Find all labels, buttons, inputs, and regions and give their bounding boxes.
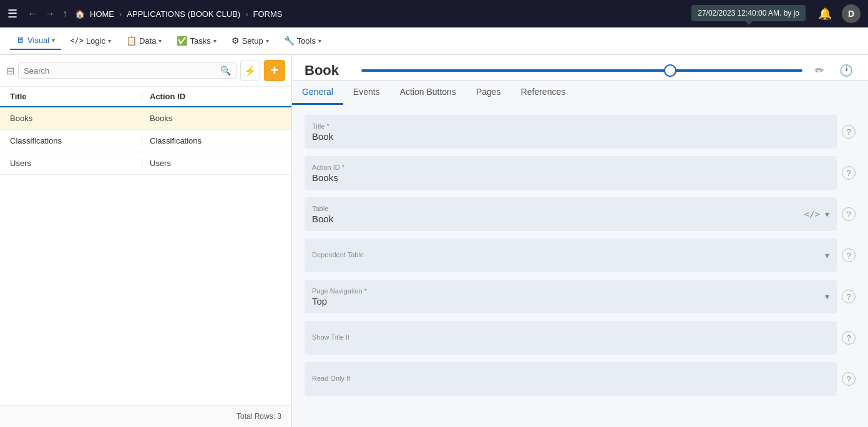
left-panel: ⊟ 🔍 ⚡ + Title Action ID Books Books Clas… [0, 55, 292, 427]
right-panel-header: Book ✏ 🕐 [292, 55, 868, 81]
tab-setup[interactable]: ⚙ Setup ▾ [225, 32, 275, 49]
table-field-icons: </> ▾ [804, 209, 829, 219]
field-row-table: Table Book </> ▾ ? [305, 197, 856, 231]
page-nav-value: Top [312, 296, 825, 307]
left-table-header: Title Action ID [0, 87, 291, 107]
code-icon[interactable]: </> [804, 209, 820, 219]
action-id-label: Action ID * [312, 164, 829, 171]
logic-label: Logic [86, 36, 105, 46]
home-label[interactable]: HOME [90, 9, 114, 19]
setup-label: Setup [242, 36, 263, 46]
tab-references[interactable]: References [511, 81, 576, 105]
read-only-help-icon[interactable]: ? [842, 372, 856, 386]
search-box: 🔍 [18, 62, 237, 79]
logic-arrow: ▾ [108, 37, 111, 44]
read-only-label: Read Only If [312, 375, 829, 382]
page-nav-label: Page Navigation * [312, 287, 825, 295]
tasks-arrow: ▾ [213, 37, 217, 44]
data-arrow: ▾ [158, 37, 162, 44]
slider-area [361, 69, 802, 72]
column-title-header: Title [10, 92, 142, 101]
table-label: Table [312, 205, 804, 212]
hamburger-menu[interactable]: ☰ [7, 7, 17, 21]
row-action-id: Users [142, 159, 281, 168]
slider-track[interactable] [361, 69, 802, 72]
field-row-read-only: Read Only If ? [305, 362, 856, 396]
search-icon[interactable]: 🔍 [220, 66, 231, 76]
page-nav-help-icon[interactable]: ? [842, 290, 856, 303]
form-tabs: General Events Action Buttons Pages Refe… [292, 81, 868, 105]
show-title-field[interactable]: Show Title If [305, 321, 837, 355]
right-panel: Book ✏ 🕐 General Events Action Buttons P… [292, 55, 868, 427]
tab-visual[interactable]: 🖥 Visual ▾ [10, 31, 61, 50]
tab-pages[interactable]: Pages [466, 81, 511, 105]
data-label: Data [139, 36, 156, 46]
table-row[interactable]: Users Users [0, 152, 291, 175]
dependent-table-dropdown-icon[interactable]: ▾ [825, 250, 829, 260]
breadcrumb: 🏠 HOME › APPLICATIONS (BOOK CLUB) › FORM… [75, 9, 282, 19]
bell-icon[interactable]: 🔔 [818, 7, 832, 21]
left-panel-footer: Total Rows: 3 [0, 405, 291, 427]
tab-general[interactable]: General [292, 81, 343, 105]
forward-button[interactable]: → [45, 8, 55, 19]
clock-icon[interactable]: 🕐 [837, 61, 856, 80]
tools-arrow: ▾ [318, 37, 321, 44]
home-icon: 🏠 [75, 9, 85, 19]
app-label[interactable]: APPLICATIONS (BOOK CLUB) [127, 9, 240, 19]
tools-icon: 🔧 [284, 36, 295, 46]
column-actionid-header: Action ID [142, 92, 281, 101]
search-input[interactable] [24, 66, 217, 76]
dependent-table-help-icon[interactable]: ? [842, 248, 856, 262]
up-button[interactable]: ↑ [62, 8, 67, 19]
second-toolbar: 🖥 Visual ▾ </> Logic ▾ 📋 Data ▾ ✅ Tasks … [0, 27, 868, 55]
title-value: Book [312, 131, 829, 142]
table-value: Book [312, 214, 804, 224]
page-nav-dropdown-icon[interactable]: ▾ [825, 292, 829, 302]
form-title: Book [305, 62, 339, 79]
title-field[interactable]: Title * Book [305, 115, 837, 149]
table-row[interactable]: Books Books [0, 107, 291, 130]
row-title: Classifications [10, 136, 142, 145]
left-panel-toolbar: ⊟ 🔍 ⚡ + [0, 55, 291, 87]
tab-logic[interactable]: </> Logic ▾ [64, 32, 117, 49]
tab-tools[interactable]: 🔧 Tools ▾ [278, 32, 328, 49]
page-nav-field[interactable]: Page Navigation * Top ▾ [305, 280, 837, 313]
row-action-id: Books [142, 114, 281, 123]
table-dropdown-icon[interactable]: ▾ [825, 209, 829, 219]
dependent-table-field[interactable]: Dependent Table ▾ [305, 238, 837, 272]
field-row-dependent-table: Dependent Table ▾ ? [305, 238, 856, 272]
tab-data[interactable]: 📋 Data ▾ [120, 32, 168, 49]
tasks-icon: ✅ [177, 36, 187, 46]
show-title-help-icon[interactable]: ? [842, 331, 856, 345]
datetime-tooltip: 27/02/2023 12:40:00 AM. by jo [691, 5, 806, 21]
setup-arrow: ▾ [266, 37, 269, 44]
row-title: Users [10, 159, 142, 168]
visual-arrow: ▾ [52, 37, 55, 44]
tab-tasks[interactable]: ✅ Tasks ▾ [170, 32, 222, 49]
read-only-field[interactable]: Read Only If [305, 362, 837, 396]
breadcrumb-sep2: › [245, 9, 248, 19]
lightning-button[interactable]: ⚡ [240, 61, 260, 81]
table-field[interactable]: Table Book </> ▾ [305, 197, 837, 231]
setup-icon: ⚙ [232, 36, 240, 46]
table-row[interactable]: Classifications Classifications [0, 130, 291, 152]
show-title-label: Show Title If [312, 333, 829, 341]
action-id-field[interactable]: Action ID * Books [305, 156, 837, 190]
action-id-value: Books [312, 172, 829, 183]
edit-icon[interactable]: ✏ [812, 61, 827, 80]
slider-thumb[interactable] [664, 64, 676, 77]
back-button[interactable]: ← [27, 8, 37, 19]
main-content: ⊟ 🔍 ⚡ + Title Action ID Books Books Clas… [0, 55, 868, 427]
action-id-help-icon[interactable]: ? [842, 166, 856, 180]
add-button[interactable]: + [264, 60, 285, 81]
user-avatar[interactable]: D [842, 4, 861, 23]
breadcrumb-sep1: › [119, 9, 122, 19]
field-row-show-title: Show Title If ? [305, 321, 856, 355]
filter-icon[interactable]: ⊟ [6, 65, 14, 77]
table-help-icon[interactable]: ? [842, 207, 856, 221]
title-help-icon[interactable]: ? [842, 125, 856, 139]
field-row-title: Title * Book ? [305, 115, 856, 149]
tab-action-buttons[interactable]: Action Buttons [390, 81, 466, 105]
forms-label[interactable]: FORMS [253, 9, 282, 19]
tab-events[interactable]: Events [343, 81, 390, 105]
